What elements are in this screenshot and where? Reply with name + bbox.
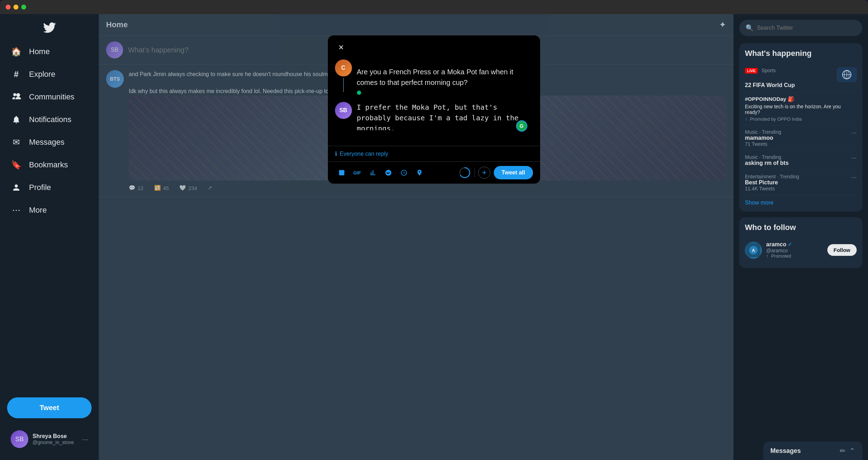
sidebar-item-label: Home	[29, 47, 50, 56]
add-location-button[interactable]	[413, 166, 426, 179]
sidebar-item-label: Explore	[29, 70, 56, 79]
add-gif-button[interactable]: GIF	[351, 166, 364, 179]
add-tweet-button[interactable]: +	[478, 167, 490, 179]
trending-thumbnail	[837, 67, 857, 82]
compose-message-icon[interactable]: ✏	[840, 447, 846, 455]
grammarly-icon: G	[516, 120, 527, 132]
more-options-icon[interactable]: ···	[851, 154, 857, 162]
trending-item-header: Entertainment · Trending Best Picture 11…	[745, 174, 857, 191]
sidebar-item-home[interactable]: 🏠 Home	[4, 41, 95, 62]
modal-header: ✕	[328, 35, 540, 54]
minimize-button[interactable]	[13, 5, 18, 10]
reply-tweet-avatar: SB	[335, 102, 352, 119]
tweet-button[interactable]: Tweet	[7, 397, 92, 418]
user-profile[interactable]: SB Shreya Bose @gnome_in_stove ···	[4, 425, 95, 453]
sidebar-item-notifications[interactable]: Notifications	[4, 109, 95, 130]
add-schedule-button[interactable]	[397, 166, 411, 179]
original-tweet-avatar: C	[335, 59, 352, 76]
main-content: Home ✦ SB BTS and Park Jimin always chec…	[99, 14, 734, 460]
sidebar-item-profile[interactable]: Profile	[4, 177, 95, 198]
trending-count: 11.4K Tweets	[745, 186, 799, 191]
profile-icon	[11, 182, 22, 193]
follow-button[interactable]: Follow	[827, 244, 857, 256]
search-input[interactable]	[757, 25, 856, 31]
grammarly-container: G	[357, 132, 533, 134]
app-container: 🏠 Home # Explore Communities	[0, 14, 868, 460]
list-item[interactable]: Music · Trending asking rm of bts ···	[745, 151, 857, 170]
reply-content: I prefer the Moka Pot, but that's probab…	[357, 102, 533, 134]
list-item[interactable]: #OPPOINNODay 🎒 Exciting new tech is on t…	[745, 92, 857, 126]
sidebar-item-label: More	[29, 206, 47, 215]
show-more-button[interactable]: Show more	[745, 195, 857, 206]
reply-avatar-container: SB	[335, 102, 352, 134]
tweet-all-button[interactable]: Tweet all	[494, 166, 533, 179]
trending-meta: Music · Trending	[745, 129, 781, 135]
trending-topic: asking rm of bts	[745, 160, 789, 166]
search-bar[interactable]: 🔍	[739, 20, 862, 36]
sidebar-item-label: Messages	[29, 138, 64, 147]
trending-topic: mamamoo	[745, 135, 781, 141]
who-to-follow-card: Who to follow A aramco ✓ @aramco	[739, 217, 862, 268]
more-options-icon[interactable]: ···	[851, 129, 857, 137]
list-item: A aramco ✓ @aramco ↑ Promoted Follow	[745, 238, 857, 262]
modal-overlay[interactable]: ✕ C Are you a French Press or a Moka Pot…	[99, 14, 734, 460]
search-icon: 🔍	[746, 24, 753, 32]
messages-bar-title: Messages	[770, 447, 836, 455]
trending-category: Sports	[762, 68, 776, 73]
add-image-button[interactable]	[335, 166, 348, 179]
window-buttons	[6, 5, 26, 10]
user-avatar: SB	[11, 430, 28, 448]
toolbar-icons: GIF	[335, 166, 426, 179]
follow-avatar: A	[745, 242, 762, 259]
reply-permissions[interactable]: ℹ Everyone can reply	[328, 146, 540, 162]
who-to-follow-title: Who to follow	[745, 223, 857, 232]
reply-text-input[interactable]: I prefer the Moka Pot, but that's probab…	[357, 102, 533, 130]
trending-item-header: Music · Trending mamamoo 71 Tweets ···	[745, 129, 857, 147]
compose-reply-modal: ✕ C Are you a French Press or a Moka Pot…	[328, 35, 540, 184]
sidebar-item-messages[interactable]: ✉ Messages	[4, 132, 95, 153]
modal-toolbar: GIF	[328, 162, 540, 184]
trending-meta: #OPPOINNODay 🎒	[745, 96, 857, 102]
user-more-icon: ···	[82, 435, 88, 443]
collapse-messages-icon[interactable]: ⌃	[849, 447, 855, 455]
trending-meta: Music · Trending	[745, 154, 789, 160]
original-tweet-avatar-col: C	[335, 59, 352, 96]
trending-topic: 22 FIFA World Cup	[745, 82, 857, 88]
trending-count: 71 Tweets	[745, 141, 781, 147]
original-tweet-text-container: Are you a French Press or a Moka Pot fan…	[357, 59, 533, 96]
sidebar-item-explore[interactable]: # Explore	[4, 64, 95, 85]
sidebar-item-label: Profile	[29, 183, 51, 192]
toolbar-right: + Tweet all	[459, 166, 533, 179]
toolbar-divider	[474, 168, 475, 178]
twitter-logo[interactable]	[0, 18, 99, 41]
sidebar-item-more[interactable]: ⋯ More	[4, 200, 95, 221]
trending-meta: Entertainment · Trending	[745, 174, 799, 179]
sidebar-item-label: Communities	[29, 92, 74, 102]
user-name: Shreya Bose	[33, 433, 78, 439]
list-item[interactable]: Music · Trending mamamoo 71 Tweets ···	[745, 126, 857, 151]
online-indicator	[357, 91, 361, 95]
follow-info: aramco ✓ @aramco ↑ Promoted	[766, 241, 823, 259]
close-button[interactable]	[6, 5, 11, 10]
maximize-button[interactable]	[21, 5, 26, 10]
add-poll-button[interactable]	[366, 166, 380, 179]
sidebar-item-bookmarks[interactable]: 🔖 Bookmarks	[4, 154, 95, 176]
explore-icon: #	[11, 69, 22, 80]
user-handle: @gnome_in_stove	[33, 439, 78, 445]
sidebar: 🏠 Home # Explore Communities	[0, 14, 99, 460]
verified-badge: ✓	[788, 242, 792, 247]
live-badge: LIVE	[745, 68, 758, 74]
list-item[interactable]: Entertainment · Trending Best Picture 11…	[745, 170, 857, 195]
whats-happening-card: What's happening LIVE Sports	[739, 43, 862, 212]
messages-bar: Messages ✏ ⌃	[763, 442, 862, 460]
add-emoji-button[interactable]	[382, 166, 395, 179]
modal-close-button[interactable]: ✕	[335, 41, 348, 54]
trending-info: Music · Trending mamamoo 71 Tweets	[745, 129, 781, 147]
sidebar-item-label: Notifications	[29, 115, 71, 124]
main-nav: 🏠 Home # Explore Communities	[0, 41, 99, 390]
more-options-icon[interactable]: ···	[851, 174, 857, 181]
thread-connector	[343, 78, 344, 92]
more-icon: ⋯	[11, 205, 22, 216]
sidebar-item-communities[interactable]: Communities	[4, 86, 95, 108]
list-item[interactable]: LIVE Sports 22 FIFA World Cup	[745, 64, 857, 92]
